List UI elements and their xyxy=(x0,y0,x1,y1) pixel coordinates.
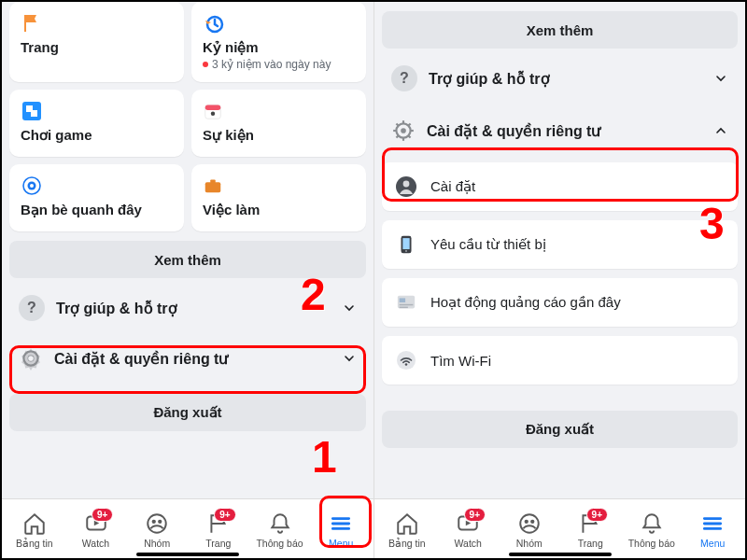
menu-icon xyxy=(329,511,353,536)
svg-point-8 xyxy=(30,184,34,188)
events-icon xyxy=(203,99,355,123)
settings-privacy-label: Cài đặt & quyền riêng tư xyxy=(427,122,702,140)
find-wifi-item[interactable]: Tìm Wi-Fi xyxy=(382,336,738,385)
item-label: Cài đặt xyxy=(430,178,475,195)
ads-icon xyxy=(395,291,417,314)
svg-line-27 xyxy=(396,135,398,137)
tab-feed[interactable]: Bảng tin xyxy=(376,511,438,549)
svg-point-29 xyxy=(403,181,410,188)
tab-notifications[interactable]: Thông báo xyxy=(249,511,311,549)
tab-label: Trang xyxy=(578,538,603,549)
tab-label: Trang xyxy=(205,538,231,549)
chevron-down-icon xyxy=(713,71,728,86)
tabbar: Bảng tin 9+ Watch Nhóm 9+ Trang Thông bá… xyxy=(2,498,374,558)
tab-label: Watch xyxy=(82,538,109,549)
bell-icon xyxy=(640,511,664,536)
item-label: Tìm Wi-Fi xyxy=(430,353,491,369)
svg-rect-4 xyxy=(205,105,221,111)
home-icon xyxy=(22,511,47,536)
tab-label: Menu xyxy=(700,538,725,549)
svg-point-15 xyxy=(148,514,166,533)
tile-banbe[interactable]: Bạn bè quanh đây xyxy=(9,164,184,231)
svg-point-32 xyxy=(405,250,407,252)
chevron-down-icon xyxy=(342,301,357,315)
tab-groups[interactable]: Nhóm xyxy=(499,511,560,549)
settings-privacy-label: Cài đặt & quyền riêng tư xyxy=(54,350,331,368)
settings-privacy-row[interactable]: Cài đặt & quyền riêng tư xyxy=(9,336,366,381)
tile-label: Việc làm xyxy=(203,202,355,218)
gear-icon xyxy=(19,346,43,371)
tab-watch[interactable]: 9+ Watch xyxy=(65,511,127,549)
logout-button[interactable]: Đăng xuất xyxy=(382,411,738,448)
help-support-row[interactable]: ? Trợ giúp & hỗ trợ xyxy=(382,56,738,101)
tab-watch[interactable]: 9+ Watch xyxy=(438,511,500,549)
tab-label: Bảng tin xyxy=(388,538,426,549)
chevron-up-icon xyxy=(713,123,728,138)
bell-icon xyxy=(268,511,292,536)
home-indicator xyxy=(136,553,239,556)
tile-choigame[interactable]: Chơi game xyxy=(9,90,184,157)
device-icon xyxy=(395,233,417,256)
jobs-icon xyxy=(203,174,355,198)
tile-sukien[interactable]: Sự kiện xyxy=(191,90,366,157)
help-support-row[interactable]: ? Trợ giúp & hỗ trợ xyxy=(9,286,366,330)
svg-rect-10 xyxy=(210,180,216,184)
svg-point-41 xyxy=(524,519,528,523)
svg-point-17 xyxy=(158,519,162,523)
svg-rect-0 xyxy=(24,15,26,32)
svg-point-40 xyxy=(520,514,539,533)
svg-rect-31 xyxy=(402,238,409,249)
svg-rect-9 xyxy=(205,182,221,192)
tab-pages[interactable]: 9+ Trang xyxy=(188,511,249,549)
tile-trang[interactable]: Trang xyxy=(9,2,184,82)
settings-item[interactable]: Cài đặt xyxy=(382,162,738,211)
memories-icon xyxy=(203,11,355,35)
menu-icon xyxy=(700,511,725,536)
svg-line-26 xyxy=(408,123,410,125)
svg-line-24 xyxy=(396,123,398,125)
tile-label: Sự kiện xyxy=(203,127,355,144)
tab-feed[interactable]: Bảng tin xyxy=(4,511,65,549)
groups-icon xyxy=(145,511,169,536)
chevron-down-icon xyxy=(342,351,357,366)
svg-point-13 xyxy=(28,356,34,361)
tab-groups[interactable]: Nhóm xyxy=(126,511,188,549)
svg-point-38 xyxy=(405,363,408,366)
see-more-button[interactable]: Xem thêm xyxy=(9,241,366,278)
tab-label: Nhóm xyxy=(144,538,170,549)
logout-button[interactable]: Đăng xuất xyxy=(9,394,366,431)
tab-label: Bảng tin xyxy=(16,538,53,549)
badge: 9+ xyxy=(214,508,235,522)
tile-kyniem[interactable]: Kỷ niệm 3 kỷ niệm vào ngày này xyxy=(191,2,366,82)
gaming-icon xyxy=(21,99,173,123)
svg-point-16 xyxy=(152,519,156,523)
svg-point-42 xyxy=(530,519,534,523)
tile-label: Kỷ niệm xyxy=(203,39,355,56)
help-icon: ? xyxy=(391,65,417,91)
tab-menu[interactable]: Menu xyxy=(310,511,372,549)
badge: 9+ xyxy=(464,508,486,522)
tile-label: Chơi game xyxy=(21,127,173,144)
tab-menu[interactable]: Menu xyxy=(683,511,744,549)
tab-pages[interactable]: 9+ Trang xyxy=(560,511,622,549)
tile-vieclam[interactable]: Việc làm xyxy=(191,164,366,231)
help-icon: ? xyxy=(19,295,45,321)
phone-right: Xem thêm ? Trợ giúp & hỗ trợ Cài đặt & q… xyxy=(374,2,745,558)
svg-line-25 xyxy=(408,135,410,137)
see-more-button[interactable]: Xem thêm xyxy=(382,11,738,49)
svg-point-37 xyxy=(397,351,416,370)
flag-icon xyxy=(21,11,173,35)
recent-ads-item[interactable]: Hoạt động quảng cáo gần đây xyxy=(382,278,738,327)
person-icon xyxy=(395,175,417,198)
item-label: Yêu cầu từ thiết bị xyxy=(430,236,546,253)
tab-notifications[interactable]: Thông báo xyxy=(621,511,683,549)
shortcut-grid: Trang Kỷ niệm 3 kỷ niệm vào ngày này Chơ… xyxy=(9,2,366,231)
wifi-icon xyxy=(395,349,417,371)
tile-label: Trang xyxy=(21,39,173,55)
settings-privacy-row[interactable]: Cài đặt & quyền riêng tư xyxy=(382,108,738,153)
tutorial-frame: Trang Kỷ niệm 3 kỷ niệm vào ngày này Chơ… xyxy=(0,0,747,560)
svg-rect-34 xyxy=(400,298,405,302)
device-requests-item[interactable]: Yêu cầu từ thiết bị xyxy=(382,220,738,269)
dot-icon xyxy=(203,62,208,67)
tab-label: Thông báo xyxy=(256,538,303,549)
